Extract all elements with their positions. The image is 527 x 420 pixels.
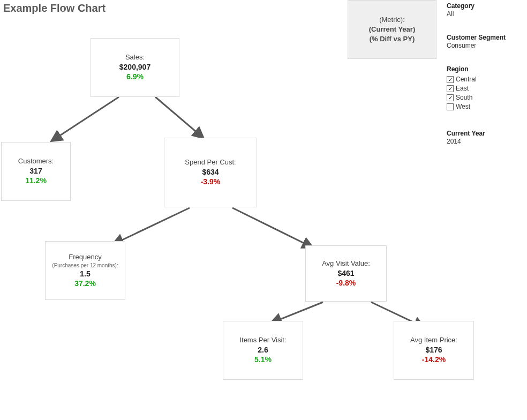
node-avg-visit-value[interactable]: Avg Visit Value: $461 -9.8% bbox=[305, 245, 387, 302]
node-spend-per-cust[interactable]: Spend Per Cust: $634 -3.9% bbox=[164, 138, 257, 207]
filter-segment: Customer Segment Consumer bbox=[447, 34, 522, 49]
region-options: Central East South West bbox=[447, 75, 522, 111]
flow-canvas: Sales: $200,907 6.9% Customers: 317 11.2… bbox=[0, 0, 439, 420]
node-label: Items Per Visit: bbox=[239, 336, 286, 345]
node-value: $461 bbox=[337, 268, 354, 278]
node-delta: -3.9% bbox=[201, 177, 221, 186]
filter-year-value[interactable]: 2014 bbox=[447, 138, 522, 145]
region-option-south[interactable]: South bbox=[447, 93, 522, 102]
checkbox-icon[interactable] bbox=[447, 94, 454, 101]
checkbox-icon[interactable] bbox=[447, 103, 454, 110]
node-delta: 37.2% bbox=[74, 279, 96, 288]
connector-arrows bbox=[0, 0, 439, 420]
node-label: Avg Item Price: bbox=[410, 336, 457, 345]
region-option-label: South bbox=[456, 93, 472, 102]
svg-line-1 bbox=[52, 97, 119, 140]
node-delta: -9.8% bbox=[336, 278, 356, 288]
node-label: Spend Per Cust: bbox=[185, 158, 236, 167]
node-sublabel: (Purchases per 12 months): bbox=[52, 262, 118, 269]
filter-year-label: Current Year bbox=[447, 130, 522, 137]
node-value: 1.5 bbox=[80, 269, 90, 279]
region-option-east[interactable]: East bbox=[447, 84, 522, 93]
region-option-label: East bbox=[456, 84, 469, 93]
node-delta: 6.9% bbox=[126, 72, 144, 81]
svg-line-2 bbox=[155, 97, 202, 137]
svg-line-4 bbox=[232, 208, 312, 247]
filter-region-label: Region bbox=[447, 65, 522, 73]
node-label: Customers: bbox=[18, 157, 54, 166]
node-value: 2.6 bbox=[258, 345, 268, 355]
node-value: $200,907 bbox=[119, 62, 150, 72]
region-option-central[interactable]: Central bbox=[447, 75, 522, 84]
filter-segment-value[interactable]: Consumer bbox=[447, 42, 522, 49]
checkbox-icon[interactable] bbox=[447, 76, 454, 83]
region-option-label: Central bbox=[456, 75, 477, 84]
node-delta: 11.2% bbox=[25, 176, 47, 185]
node-value: 317 bbox=[29, 166, 42, 176]
region-option-label: West bbox=[456, 102, 470, 111]
node-value: $634 bbox=[202, 167, 219, 177]
svg-line-3 bbox=[114, 208, 190, 244]
node-avg-item-price[interactable]: Avg Item Price: $176 -14.2% bbox=[394, 321, 474, 380]
filters-panel: Category All Customer Segment Consumer R… bbox=[447, 2, 522, 161]
node-items-per-visit[interactable]: Items Per Visit: 2.6 5.1% bbox=[223, 321, 303, 380]
svg-line-5 bbox=[272, 302, 323, 322]
node-frequency[interactable]: Frequency (Purchases per 12 months): 1.5… bbox=[45, 241, 125, 300]
node-sales[interactable]: Sales: $200,907 6.9% bbox=[91, 38, 179, 97]
filter-segment-label: Customer Segment bbox=[447, 34, 522, 41]
checkbox-icon[interactable] bbox=[447, 85, 454, 92]
node-label: Frequency bbox=[69, 253, 101, 262]
node-delta: 5.1% bbox=[254, 355, 272, 364]
filter-category: Category All bbox=[447, 2, 522, 18]
filter-category-value[interactable]: All bbox=[447, 10, 522, 18]
node-customers[interactable]: Customers: 317 11.2% bbox=[1, 142, 71, 201]
node-label: Avg Visit Value: bbox=[322, 259, 370, 268]
node-value: $176 bbox=[425, 345, 442, 355]
filter-region: Region Central East South West bbox=[447, 65, 522, 111]
node-delta: -14.2% bbox=[422, 355, 446, 364]
region-option-west[interactable]: West bbox=[447, 102, 522, 111]
node-label: Sales: bbox=[125, 53, 145, 62]
filter-category-label: Category bbox=[447, 2, 522, 10]
filter-year: Current Year 2014 bbox=[447, 130, 522, 145]
